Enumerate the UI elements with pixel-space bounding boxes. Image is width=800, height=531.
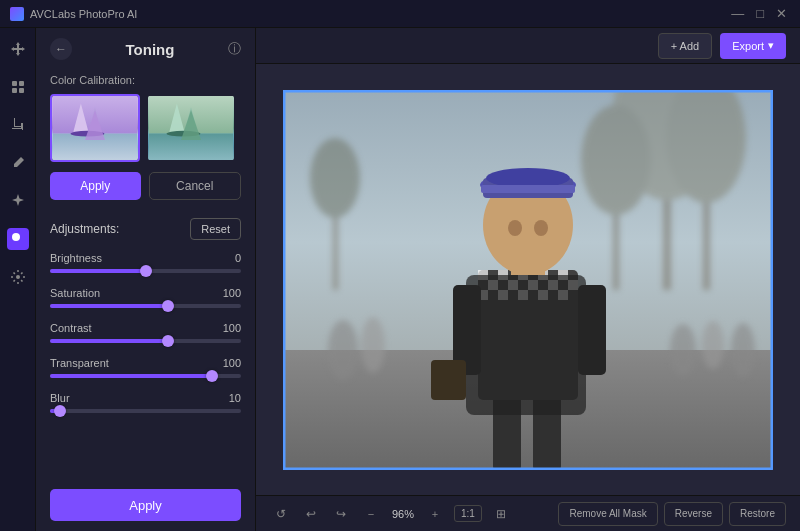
canvas-area: + Add Export ▾ — [256, 28, 800, 531]
svg-point-15 — [167, 131, 201, 137]
blur-label: Blur — [50, 392, 70, 404]
canvas-top-bar: + Add Export ▾ — [256, 28, 800, 64]
adjustments-section: Adjustments: Reset Brightness 0 Saturati… — [36, 208, 255, 437]
color-calibration-label: Color Calibration: — [50, 74, 241, 86]
calibration-buttons: Apply Cancel — [50, 172, 241, 200]
photo-canvas — [283, 90, 773, 470]
calibration-apply-button[interactable]: Apply — [50, 172, 141, 200]
zoom-value: 96% — [388, 508, 418, 520]
adjustments-header: Adjustments: Reset — [50, 218, 241, 240]
svg-rect-51 — [578, 285, 606, 375]
main-content: ← Toning ⓘ Color Calibration: — [0, 28, 800, 531]
apply-button[interactable]: Apply — [50, 489, 241, 521]
svg-rect-1 — [19, 81, 24, 86]
svg-point-59 — [508, 220, 522, 236]
titlebar: AVCLabs PhotoPro AI — □ ✕ — [0, 0, 800, 28]
transparent-label: Transparent — [50, 357, 109, 369]
add-button[interactable]: + Add — [658, 33, 712, 59]
svg-rect-2 — [12, 88, 17, 93]
saturation-slider[interactable] — [50, 304, 241, 308]
svg-point-25 — [310, 138, 360, 218]
svg-rect-52 — [431, 360, 466, 400]
svg-rect-3 — [19, 88, 24, 93]
svg-rect-0 — [12, 81, 17, 86]
saturation-label: Saturation — [50, 287, 100, 299]
svg-point-29 — [702, 321, 724, 369]
brightness-slider[interactable] — [50, 269, 241, 273]
svg-point-60 — [534, 220, 548, 236]
icon-bar — [0, 28, 36, 531]
saturation-value: 100 — [223, 287, 241, 299]
zoom-in-button[interactable]: + — [424, 503, 446, 525]
blur-value: 10 — [229, 392, 241, 404]
rotate-ccw-button[interactable]: ↺ — [270, 503, 292, 525]
calibration-images — [50, 94, 241, 162]
app-icon — [10, 7, 24, 21]
svg-point-26 — [328, 320, 358, 380]
contrast-label: Contrast — [50, 322, 92, 334]
titlebar-left: AVCLabs PhotoPro AI — [10, 7, 137, 21]
svg-point-5 — [16, 275, 20, 279]
transparent-slider-group: Transparent 100 — [50, 357, 241, 378]
svg-point-21 — [581, 105, 651, 215]
tool-crop[interactable] — [7, 114, 29, 136]
transparent-value: 100 — [223, 357, 241, 369]
canvas-bottom-bar: ↺ ↩ ↪ − 96% + 1:1 ⊞ Remove All Mask Reve… — [256, 495, 800, 531]
tool-magic[interactable] — [7, 190, 29, 212]
brightness-label: Brightness — [50, 252, 102, 264]
zoom-out-button[interactable]: − — [360, 503, 382, 525]
calibration-image-1[interactable] — [50, 94, 140, 162]
tool-settings[interactable] — [7, 266, 29, 288]
transparent-slider[interactable] — [50, 374, 241, 378]
left-panel: ← Toning ⓘ Color Calibration: — [36, 28, 256, 531]
svg-point-27 — [361, 317, 385, 373]
svg-rect-11 — [149, 96, 234, 134]
undo-button[interactable]: ↩ — [300, 503, 322, 525]
svg-point-10 — [71, 131, 105, 137]
brightness-value: 0 — [235, 252, 241, 264]
calibration-image-2[interactable] — [146, 94, 236, 162]
reverse-button[interactable]: Reverse — [664, 502, 723, 526]
brightness-slider-group: Brightness 0 — [50, 252, 241, 273]
blur-slider[interactable] — [50, 409, 241, 413]
svg-point-30 — [731, 323, 755, 377]
export-button[interactable]: Export ▾ — [720, 33, 786, 59]
bottom-bar-left: ↺ ↩ ↪ − 96% + 1:1 ⊞ — [270, 503, 512, 525]
canvas-viewport — [256, 64, 800, 495]
titlebar-controls[interactable]: — □ ✕ — [728, 6, 790, 21]
panel-bottom: Apply — [36, 479, 255, 531]
svg-marker-9 — [88, 107, 101, 131]
contrast-slider[interactable] — [50, 339, 241, 343]
svg-marker-14 — [184, 107, 197, 131]
back-button[interactable]: ← — [50, 38, 72, 60]
app-title: AVCLabs PhotoPro AI — [30, 8, 137, 20]
tool-toning[interactable] — [7, 228, 29, 250]
adjustments-title: Adjustments: — [50, 222, 119, 236]
tool-select[interactable] — [7, 76, 29, 98]
bottom-bar-right: Remove All Mask Reverse Restore — [558, 502, 786, 526]
panel-header: ← Toning ⓘ — [36, 28, 255, 66]
close-button[interactable]: ✕ — [773, 6, 790, 21]
calibration-cancel-button[interactable]: Cancel — [149, 172, 242, 200]
svg-rect-7 — [53, 134, 138, 160]
svg-point-4 — [12, 233, 20, 241]
saturation-slider-group: Saturation 100 — [50, 287, 241, 308]
zoom-control: − 96% + — [360, 503, 446, 525]
restore-button[interactable]: Restore — [729, 502, 786, 526]
panel-info-icon[interactable]: ⓘ — [228, 40, 241, 58]
tool-move[interactable] — [7, 38, 29, 60]
redo-button[interactable]: ↪ — [330, 503, 352, 525]
image-container — [283, 90, 773, 470]
remove-mask-button[interactable]: Remove All Mask — [558, 502, 657, 526]
reset-button[interactable]: Reset — [190, 218, 241, 240]
contrast-slider-group: Contrast 100 — [50, 322, 241, 343]
svg-point-28 — [670, 324, 696, 376]
minimize-button[interactable]: — — [728, 6, 747, 21]
fit-screen-button[interactable]: ⊞ — [490, 503, 512, 525]
svg-rect-12 — [149, 134, 234, 160]
ratio-button[interactable]: 1:1 — [454, 505, 482, 522]
maximize-button[interactable]: □ — [753, 6, 767, 21]
panel-title: Toning — [126, 41, 175, 58]
tool-brush[interactable] — [7, 152, 29, 174]
color-calibration-section: Color Calibration: — [36, 66, 255, 208]
